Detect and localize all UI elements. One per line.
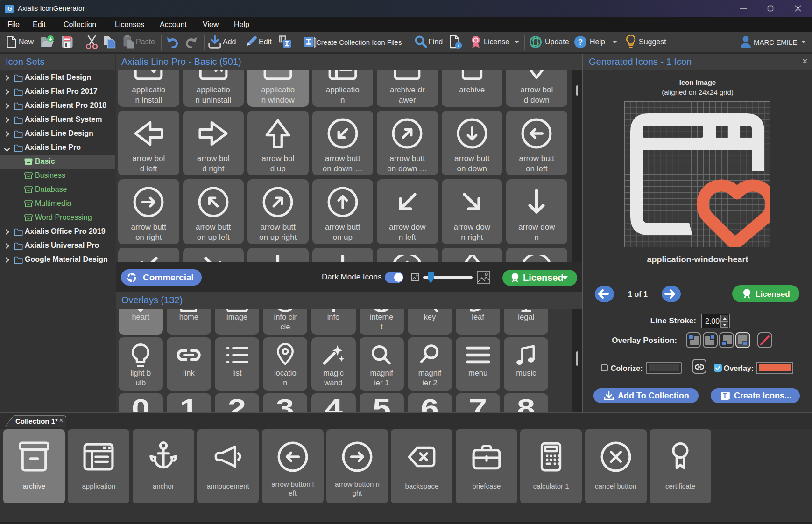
svg-text:i: i: [458, 42, 459, 48]
svg-text:?: ?: [578, 38, 583, 47]
